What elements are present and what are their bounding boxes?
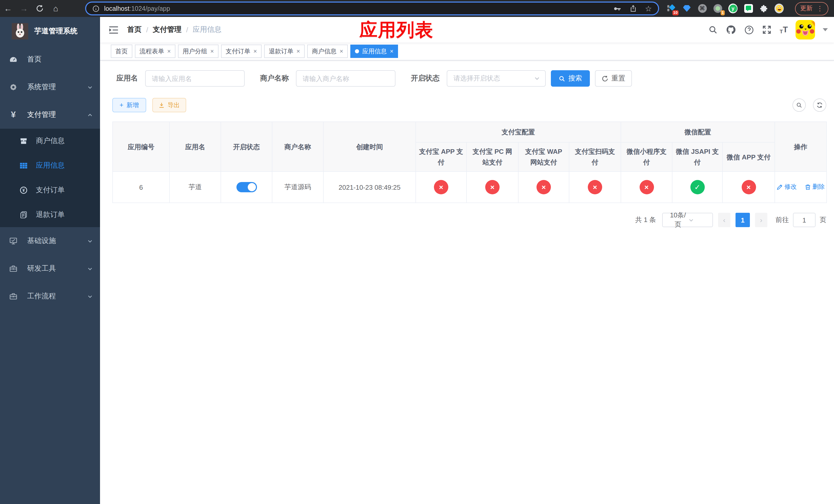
site-info-icon[interactable] xyxy=(92,5,100,12)
merchant-name-label: 商户名称 xyxy=(260,74,289,83)
grid-icon xyxy=(20,161,28,170)
breadcrumb-home[interactable]: 首页 xyxy=(127,25,141,35)
tab-user-group[interactable]: 用户分组× xyxy=(178,45,219,58)
table-row: 6 芋道 芋道源码 2021-10-23 08:49:25 × × × × × … xyxy=(113,171,827,203)
home-icon[interactable]: ⌂ xyxy=(48,0,64,17)
cell-app-id: 6 xyxy=(113,171,170,203)
browser-update-button[interactable]: 更新 ⋮ xyxy=(795,2,828,15)
extension-blue-diamond-icon[interactable]: 10 xyxy=(667,4,676,13)
tab-pay-orders[interactable]: 支付订单× xyxy=(221,45,262,58)
tab-close-icon[interactable]: × xyxy=(339,48,343,55)
delete-link[interactable]: 删除 xyxy=(805,183,825,191)
edit-link[interactable]: 修改 xyxy=(776,183,796,191)
sidebar-item-app-info[interactable]: 应用信息 xyxy=(0,153,100,178)
search-button[interactable]: 搜索 xyxy=(551,70,590,87)
sidebar-item-home[interactable]: 首页 xyxy=(0,46,100,73)
font-size-icon[interactable]: TT xyxy=(780,25,788,35)
col-alipay-wap: 支付宝 WAP 网站支付 xyxy=(518,142,569,171)
chevron-down-icon xyxy=(87,84,93,90)
sidebar-item-infrastructure[interactable]: 基础设施 xyxy=(0,227,100,255)
url-host: localhost xyxy=(104,5,130,12)
col-created: 创建时间 xyxy=(323,122,416,171)
forward-icon[interactable]: → xyxy=(16,0,32,17)
sidebar-item-dev-tools[interactable]: 研发工具 xyxy=(0,255,100,282)
fullscreen-icon[interactable] xyxy=(762,25,772,35)
extension-chat-icon[interactable] xyxy=(744,4,753,13)
cell-wechat-mini: × xyxy=(621,171,672,203)
add-button[interactable]: + 新增 xyxy=(112,98,146,112)
refresh-table-button[interactable] xyxy=(813,98,826,112)
browser-menu-icon[interactable]: ⋮ xyxy=(816,5,823,12)
tab-close-icon[interactable]: × xyxy=(167,48,171,55)
page-size-select[interactable]: 10条/页 xyxy=(662,213,713,227)
dashboard-icon xyxy=(9,55,18,64)
extension-command-icon[interactable]: ⌘ xyxy=(698,4,707,13)
share-icon[interactable] xyxy=(629,5,637,12)
user-avatar[interactable] xyxy=(795,20,815,40)
sidebar-item-refund-orders[interactable]: 退款订单 xyxy=(0,203,100,227)
breadcrumb-payment[interactable]: 支付管理 xyxy=(153,25,181,35)
cell-operations: 修改 删除 xyxy=(775,171,827,203)
payment-submenu: 商户信息 应用信息 ¥ 支付订单 xyxy=(0,129,100,227)
status-select[interactable]: 请选择开启状态 xyxy=(447,70,546,87)
page-size-value: 10条/页 xyxy=(668,211,688,229)
next-page-button[interactable]: › xyxy=(755,213,767,227)
channel-status-icon: × xyxy=(434,180,448,194)
toggle-search-button[interactable] xyxy=(792,98,806,112)
url-bar[interactable]: localhost:1024/pay/app ☆ xyxy=(85,2,659,15)
sidebar-item-merchant-info[interactable]: 商户信息 xyxy=(0,129,100,153)
app-logo xyxy=(12,23,28,40)
search-icon[interactable] xyxy=(708,25,718,35)
merchant-name-input[interactable] xyxy=(296,70,395,87)
sidebar-item-payment[interactable]: ¥ 支付管理 xyxy=(0,101,100,129)
back-icon[interactable]: ← xyxy=(0,0,16,17)
col-app-name: 应用名 xyxy=(170,122,221,171)
export-button[interactable]: 导出 xyxy=(152,98,186,112)
enabled-switch[interactable] xyxy=(236,182,257,192)
breadcrumb-separator: / xyxy=(146,26,148,34)
tab-label: 应用信息 xyxy=(362,47,387,55)
tab-process-form[interactable]: 流程表单× xyxy=(135,45,175,58)
extensions-puzzle-icon[interactable] xyxy=(759,4,768,13)
tab-close-icon[interactable]: × xyxy=(390,48,393,55)
goto-page-input[interactable] xyxy=(793,213,815,227)
sidebar-item-system[interactable]: 系统管理 xyxy=(0,73,100,101)
tab-close-icon[interactable]: × xyxy=(210,48,214,55)
tab-close-icon[interactable]: × xyxy=(297,48,300,55)
tab-label: 退款订单 xyxy=(269,47,293,55)
page-number-1[interactable]: 1 xyxy=(736,213,750,227)
tab-home[interactable]: 首页 xyxy=(111,45,132,58)
github-icon[interactable] xyxy=(726,25,736,35)
col-alipay-app: 支付宝 APP 支付 xyxy=(416,142,466,171)
tab-label: 商户信息 xyxy=(312,47,336,55)
extension-circle-icon[interactable]: 1 xyxy=(713,4,722,13)
bookmark-star-icon[interactable]: ☆ xyxy=(645,4,652,13)
cell-app-name: 芋道 xyxy=(170,171,221,203)
sidebar-item-pay-orders[interactable]: ¥ 支付订单 xyxy=(0,178,100,203)
active-tab-dot xyxy=(355,49,359,53)
tab-close-icon[interactable]: × xyxy=(254,48,257,55)
reload-icon[interactable] xyxy=(32,0,48,17)
trash-icon xyxy=(805,184,811,190)
app-name-input[interactable] xyxy=(145,70,245,87)
table-toolbar: + 新增 导出 xyxy=(100,98,834,112)
refresh-icon xyxy=(816,102,823,108)
tab-merchant-info[interactable]: 商户信息× xyxy=(307,45,348,58)
group-wechat-config: 微信配置 xyxy=(621,122,775,142)
plus-icon: + xyxy=(119,102,123,108)
browser-profile-avatar[interactable] xyxy=(774,4,784,13)
extension-gem-icon[interactable] xyxy=(682,4,692,13)
avatar-caret-icon[interactable] xyxy=(823,28,828,31)
prev-page-button[interactable]: ‹ xyxy=(718,213,730,227)
sidebar-collapse-icon[interactable] xyxy=(109,25,118,34)
search-icon xyxy=(558,75,565,82)
reset-button[interactable]: 重置 xyxy=(595,70,632,87)
tab-refund-orders[interactable]: 退款订单× xyxy=(264,45,305,58)
tab-app-info[interactable]: 应用信息× xyxy=(350,45,398,58)
sidebar-item-workflow[interactable]: 工作流程 xyxy=(0,282,100,310)
page-content: 应用名 商户名称 开启状态 请选择开启状态 搜索 重置 xyxy=(100,61,834,227)
extension-y-icon[interactable]: y xyxy=(728,4,738,13)
sidebar-item-label: 商户信息 xyxy=(36,136,65,145)
help-icon[interactable] xyxy=(744,25,754,35)
key-icon[interactable] xyxy=(613,4,621,13)
